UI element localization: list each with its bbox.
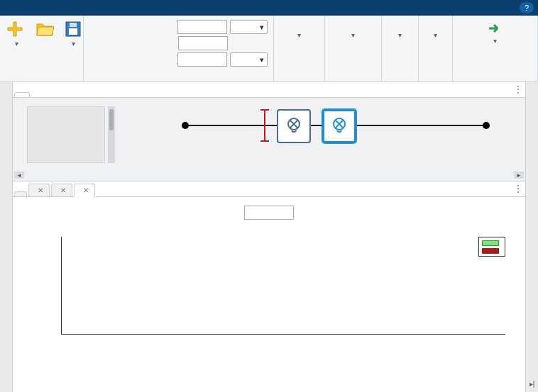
new-button[interactable]: ▾ — [6, 18, 27, 49]
input-frequency-unit[interactable]: ▾ — [230, 20, 268, 34]
tab-freq-plan-2[interactable]: ✕ — [74, 184, 95, 197]
plot-panel — [13, 197, 525, 392]
document-area: ⋮ ◄ ► — [0, 82, 538, 392]
results-tabbar: ✕ ✕ ✕ ⋮ — [13, 181, 525, 197]
section-harmonic: ▾ — [325, 16, 382, 82]
ifbw-row — [23, 206, 515, 220]
chevron-down-icon: ▾ — [15, 40, 18, 47]
section-elements: ▾ — [274, 16, 325, 82]
param-signal-bandwidth: ▾ — [89, 52, 268, 67]
section-file-label — [6, 80, 77, 82]
section-system-parameters: ▾ ▾ — [84, 16, 274, 82]
chevron-down-icon: ▾ — [72, 40, 75, 47]
tab-freq-plan-1[interactable]: ✕ — [28, 184, 50, 196]
param-available-power — [89, 36, 268, 50]
signal-bandwidth-field[interactable] — [177, 52, 227, 67]
tab-cascade[interactable] — [14, 92, 30, 97]
gallery-scrollbar[interactable] — [108, 106, 115, 163]
panel-menu-icon[interactable]: ⋮ — [514, 184, 522, 194]
cascade-canvas: ◄ ► — [13, 98, 525, 181]
title-bar: ? — [0, 0, 538, 16]
chevron-down-icon: ▾ — [351, 31, 355, 39]
section-export-label — [459, 80, 532, 82]
block-diagram[interactable] — [126, 106, 517, 177]
folder-open-icon — [35, 20, 54, 38]
mixer-icon — [330, 117, 348, 135]
canvas-hscroll[interactable]: ◄ ► — [13, 172, 525, 179]
plots-dropdown[interactable]: ▾ — [388, 18, 412, 39]
mixer-icon — [285, 117, 303, 135]
close-icon[interactable]: ✕ — [38, 186, 43, 194]
input-frequency-field[interactable] — [177, 20, 227, 34]
chevron-right-icon: ▸| — [529, 380, 535, 388]
chevron-down-icon: ▾ — [493, 37, 497, 45]
plus-icon — [7, 20, 26, 38]
param-input-frequency: ▾ — [89, 20, 268, 34]
element-parameters-sidebar[interactable] — [0, 82, 13, 392]
floppy-icon — [64, 20, 82, 38]
chevron-down-icon: ▾ — [398, 31, 402, 39]
help-icon[interactable]: ? — [520, 2, 534, 13]
svg-rect-2 — [70, 23, 77, 27]
cascade-tabbar: ⋮ — [13, 82, 525, 98]
axes-area — [61, 237, 505, 335]
chevron-down-icon: ▾ — [260, 55, 264, 65]
ifbw-field[interactable] — [244, 206, 294, 220]
available-power-field[interactable] — [178, 36, 228, 50]
section-view: ▾ — [419, 16, 453, 82]
view-dropdown[interactable]: ▾ — [424, 18, 446, 39]
toolstrip: ▾ ▾ ▾ — [0, 16, 538, 82]
right-collapse-handle[interactable]: ▸| — [525, 82, 538, 392]
scroll-left-icon[interactable]: ◄ — [14, 172, 24, 179]
section-file: ▾ ▾ — [0, 16, 84, 82]
legend — [478, 237, 505, 257]
panel-menu-icon[interactable]: ⋮ — [514, 84, 522, 94]
export-button[interactable]: ▾ — [485, 18, 506, 46]
chevron-down-icon: ▾ — [260, 23, 264, 32]
divider-marker[interactable] — [264, 109, 265, 142]
main-column: ⋮ ◄ ► — [13, 82, 525, 392]
chart — [23, 224, 515, 359]
chevron-down-icon: ▾ — [434, 31, 437, 39]
tab-results[interactable] — [14, 191, 27, 196]
svg-rect-1 — [69, 28, 77, 35]
chevron-down-icon: ▾ — [297, 31, 301, 39]
section-sysparams-label — [89, 80, 268, 82]
section-export: ▾ — [453, 16, 538, 82]
save-button[interactable]: ▾ — [62, 18, 84, 49]
output-port[interactable] — [483, 122, 490, 129]
harmonic-balance-dropdown[interactable]: ▾ — [331, 18, 375, 39]
element-gallery-thumbnail[interactable] — [27, 106, 105, 163]
block-mixerimt-2[interactable] — [322, 109, 356, 143]
scroll-right-icon[interactable]: ► — [514, 172, 524, 179]
block-mixerimt-1[interactable] — [277, 109, 311, 143]
elements-dropdown[interactable]: ▾ — [280, 18, 319, 39]
export-arrow-icon — [486, 20, 505, 35]
open-button[interactable] — [34, 18, 55, 41]
signal-bandwidth-unit[interactable]: ▾ — [230, 52, 268, 67]
section-plots: ▾ — [382, 16, 419, 82]
close-icon[interactable]: ✕ — [83, 186, 89, 194]
close-icon[interactable]: ✕ — [60, 186, 66, 194]
tab-spurs-1[interactable]: ✕ — [51, 184, 72, 196]
